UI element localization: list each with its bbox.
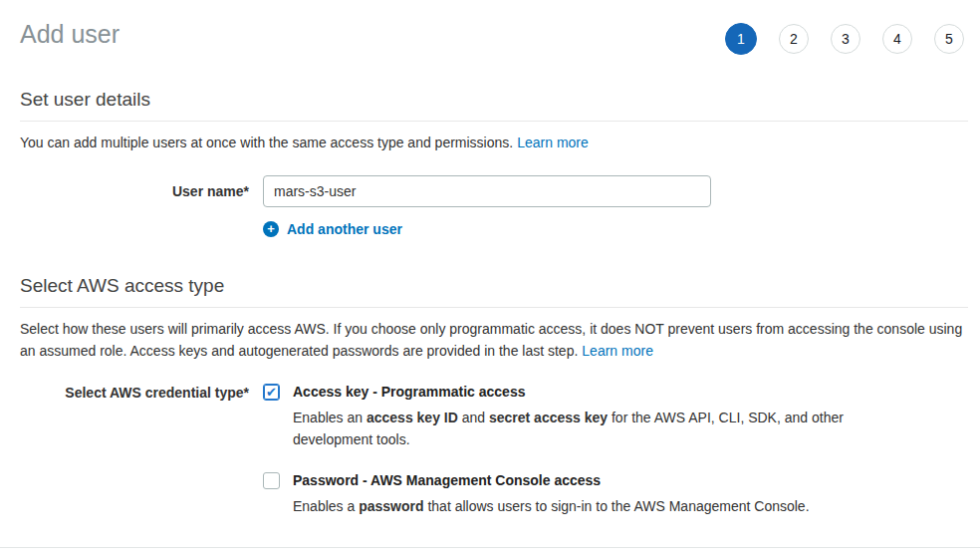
step-4: 4 (882, 24, 912, 54)
user-details-intro: You can add multiple users at once with … (20, 132, 968, 153)
password-checkbox[interactable]: ✔ (263, 472, 280, 489)
section-heading-access-type: Select AWS access type (20, 275, 968, 308)
password-texts: Password - AWS Management Console access… (293, 472, 810, 517)
step-3: 3 (831, 24, 860, 54)
wizard-header: Add user 1 2 3 4 5 (0, 0, 980, 55)
access-key-title: Access key - Programmatic access (293, 384, 851, 400)
option-password: ✔ Password - AWS Management Console acce… (263, 472, 851, 517)
user-details-intro-text: You can add multiple users at once with … (20, 135, 513, 150)
page-title: Add user (20, 18, 120, 50)
access-type-intro-text: Select how these users will primarily ac… (20, 321, 962, 359)
credential-type-row: Select AWS credential type* ✔ Access key… (20, 384, 968, 517)
learn-more-link-access-type[interactable]: Learn more (582, 343, 653, 359)
wizard-footer: * Required Cancel Next: Permissions (0, 547, 980, 554)
access-type-intro: Select how these users will primarily ac… (20, 318, 968, 362)
step-2: 2 (779, 24, 809, 54)
password-description: Enables a password that allows users to … (293, 495, 810, 517)
credential-options: ✔ Access key - Programmatic access Enabl… (263, 384, 851, 517)
username-field-col: + Add another user (263, 175, 711, 237)
section-access-type: Select AWS access type Select how these … (0, 275, 980, 517)
add-user-wizard: Add user 1 2 3 4 5 Set user details You … (0, 0, 980, 554)
learn-more-link-user-details[interactable]: Learn more (517, 135, 589, 150)
username-input[interactable] (263, 175, 711, 207)
section-heading-user-details: Set user details (20, 89, 968, 122)
credential-type-label: Select AWS credential type* (20, 384, 249, 401)
username-row: User name* + Add another user (20, 175, 968, 237)
access-key-texts: Access key - Programmatic access Enables… (293, 384, 851, 450)
step-1: 1 (725, 23, 757, 55)
step-5: 5 (934, 24, 964, 54)
plus-circle-icon[interactable]: + (263, 221, 279, 237)
username-label: User name* (20, 175, 249, 199)
section-user-details: Set user details You can add multiple us… (0, 89, 980, 237)
step-indicator: 1 2 3 4 5 (725, 23, 964, 55)
password-title: Password - AWS Management Console access (293, 472, 810, 488)
option-access-key: ✔ Access key - Programmatic access Enabl… (263, 384, 851, 450)
access-key-checkbox[interactable]: ✔ (263, 384, 280, 401)
access-key-description: Enables an access key ID and secret acce… (293, 407, 851, 450)
add-another-user-label[interactable]: Add another user (287, 221, 402, 237)
add-another-user-button[interactable]: + Add another user (263, 221, 711, 237)
